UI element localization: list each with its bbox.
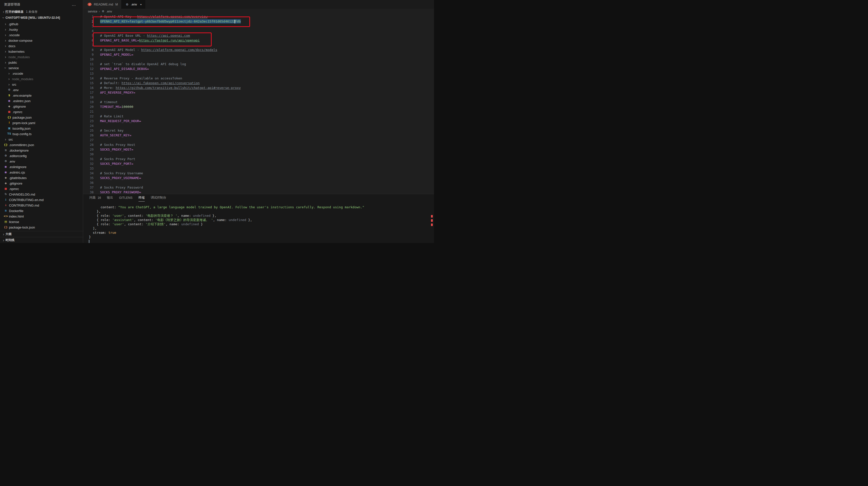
- code-line-37[interactable]: 37# Socks Proxy Password: [83, 185, 434, 190]
- tree-file-changelog-md[interactable]: ↻CHANGELOG.md: [0, 192, 83, 197]
- tree-folder-github[interactable]: ›.github: [0, 21, 83, 27]
- tree-folder-husky[interactable]: ›.husky: [0, 27, 83, 32]
- code-line-13[interactable]: 13: [83, 71, 434, 76]
- tree-file-tsconfig-json[interactable]: ▣tsconfig.json: [0, 125, 83, 131]
- more-actions-icon[interactable]: …: [72, 2, 76, 7]
- tree-folder-docker-compose[interactable]: ›docker-compose: [0, 38, 83, 43]
- token: TIMEOUT_MS=: [100, 105, 122, 109]
- tree-file-pnpm-lock-yaml[interactable]: !pnpm-lock.yaml: [0, 120, 83, 125]
- tree-file-package-lock-json[interactable]: {}package-lock.json: [0, 225, 83, 230]
- code-line-9[interactable]: 9OPENAI_API_MODEL=: [83, 52, 434, 57]
- tree-folder-src[interactable]: ›src: [0, 82, 83, 87]
- tree-folder-service[interactable]: ›service: [0, 65, 83, 71]
- tree-file-index-html[interactable]: <>index.html: [0, 213, 83, 219]
- tree-file-tsup-config-ts[interactable]: TStsup.config.ts: [0, 131, 83, 137]
- code-line-14[interactable]: 14# Reverse Proxy - Available on accessT…: [83, 76, 434, 81]
- code-line-18[interactable]: 18: [83, 95, 434, 99]
- tree-folder-docs[interactable]: ›docs: [0, 43, 83, 49]
- code-line-16[interactable]: 16# More: https://github.com/transitive-…: [83, 85, 434, 90]
- code-line-28[interactable]: 28# Socks Proxy Host: [83, 142, 434, 147]
- code-line-30[interactable]: 30: [83, 152, 434, 156]
- breadcrumb-item-service[interactable]: service: [88, 10, 97, 13]
- tree-folder-vscode[interactable]: ›.vscode: [0, 32, 83, 38]
- tree-file-dockerfile[interactable]: ≋Dockerfile: [0, 208, 83, 213]
- panel-tab-debug-console[interactable]: 调试控制台: [151, 194, 166, 202]
- editor-tab-env[interactable]: ⚙.env●: [122, 0, 145, 9]
- code-line-4[interactable]: 4: [83, 28, 434, 33]
- tree-file-package-json[interactable]: {}package.json: [0, 115, 83, 120]
- code-line-25[interactable]: 25# Secret key: [83, 128, 434, 133]
- tree-file-license[interactable]: ▤license: [0, 219, 83, 225]
- code-line-15[interactable]: 15# Default: https://ai.fakeopen.com/api…: [83, 81, 434, 85]
- tree-file-eslintrc-cjs[interactable]: ◉.eslintrc.cjs: [0, 170, 83, 175]
- code-line-36[interactable]: 36: [83, 180, 434, 185]
- code-line-35[interactable]: 35SOCKS_PROXY_USERNAME=: [83, 176, 434, 180]
- terminal-output[interactable]: content: "You are ChatGPT, a large langu…: [83, 202, 434, 243]
- tree-file-eslintrc-json[interactable]: ◉.eslintrc.json: [0, 98, 83, 104]
- code-line-34[interactable]: 34# Socks Proxy Username: [83, 171, 434, 176]
- token: # OpenAI API Base URL -: [100, 34, 147, 37]
- code-line-12[interactable]: 12OPENAI_API_DISABLE_DEBUG=: [83, 66, 434, 71]
- code-line-24[interactable]: 24: [83, 123, 434, 128]
- code-line-21[interactable]: 21: [83, 109, 434, 114]
- panel-tab-gitlens[interactable]: GITLENS: [119, 194, 132, 202]
- tree-folder-public[interactable]: ›public: [0, 60, 83, 65]
- code-line-11[interactable]: 11# set `true` to disable OpenAI API deb…: [83, 62, 434, 66]
- tree-folder-node-modules[interactable]: ›node_modules: [0, 76, 83, 82]
- code-line-27[interactable]: 27: [83, 138, 434, 142]
- tree-folder-node-modules[interactable]: ›node_modules: [0, 54, 83, 60]
- tree-folder-kubernetes[interactable]: ›kubernetes: [0, 49, 83, 54]
- file-label: .env.example: [12, 94, 31, 97]
- timeline-section[interactable]: › 时间线: [0, 237, 83, 243]
- code-line-7[interactable]: 7: [83, 43, 434, 48]
- code-line-17[interactable]: 17API_REVERSE_PROXY=: [83, 90, 434, 95]
- code-line-31[interactable]: 31# Socks Proxy Port: [83, 156, 434, 161]
- tree-file-eslintignore[interactable]: ◉.eslintignore: [0, 164, 83, 170]
- outline-section[interactable]: › 大纲: [0, 231, 83, 237]
- code-line-6[interactable]: 6OPENAI_API_BASE_URL=https://fastgpt.run…: [83, 38, 434, 43]
- tree-file-npmrc[interactable]: ■.npmrc: [0, 109, 83, 115]
- tree-file-gitattributes[interactable]: ◆.gitattributes: [0, 175, 83, 180]
- tree-file-npmrc[interactable]: ■.npmrc: [0, 186, 83, 192]
- tree-file-gitignore[interactable]: ◆.gitignore: [0, 104, 83, 109]
- code-line-8[interactable]: 8# OpenAI API Model - https://platform.o…: [83, 48, 434, 52]
- code-line-26[interactable]: 26AUTH_SECRET_KEY=: [83, 133, 434, 138]
- code-line-10[interactable]: 10: [83, 57, 434, 62]
- code-line-5[interactable]: 5# OpenAI API Base URL - https://api.ope…: [83, 33, 434, 38]
- code-line-19[interactable]: 19# timeout: [83, 99, 434, 105]
- code-line-3[interactable]: 3: [83, 24, 434, 28]
- tree-file-env-example[interactable]: $.env.example: [0, 93, 83, 98]
- tree-file-gitignore[interactable]: ◆.gitignore: [0, 180, 83, 186]
- code-line-29[interactable]: 29SOCKS_PROXY_HOST=: [83, 147, 434, 152]
- tree-file-commitlintrc-json[interactable]: {}.commitlintrc.json: [0, 142, 83, 148]
- panel-tab-problems[interactable]: 问题16: [89, 194, 101, 202]
- tree-file-contributing-md[interactable]: ↓CONTRIBUTING.md: [0, 203, 83, 208]
- code-line-38[interactable]: 38SOCKS_PROXY_PASSWORD=: [83, 190, 434, 194]
- code-content: # Socks Proxy Port: [100, 157, 135, 161]
- code-line-22[interactable]: 22# Rate Limit: [83, 114, 434, 119]
- tree-file-dockerignore[interactable]: ≋.dockerignore: [0, 148, 83, 153]
- line-number: 21: [83, 110, 94, 113]
- tree-file-contributing-en-md[interactable]: ↓CONTRIBUTING.en.md: [0, 197, 83, 203]
- tsconfig-icon: ▣: [7, 126, 11, 130]
- tree-file-editorconfig[interactable]: ⚙.editorconfig: [0, 153, 83, 159]
- tree-folder-src[interactable]: ›src: [0, 137, 83, 142]
- project-root-section[interactable]: › CHATGPT-WEB [WSL: UBUNTU-22.04]: [0, 15, 83, 21]
- code-line-32[interactable]: 32SOCKS_PROXY_PORT=: [83, 161, 434, 166]
- code-line-23[interactable]: 23MAX_REQUEST_PER_HOUR=: [83, 119, 434, 123]
- code-line-20[interactable]: 20TIMEOUT_MS=100000: [83, 105, 434, 109]
- editor-tab-readme-md[interactable]: iREADME.mdM: [83, 0, 122, 9]
- code-line-33[interactable]: 33: [83, 166, 434, 171]
- file-label: .npmrc: [12, 110, 23, 114]
- code-line-1[interactable]: 1# OpenAI API Key - https://platform.ope…: [83, 14, 434, 19]
- tree-folder-vscode[interactable]: ›.vscode: [0, 71, 83, 76]
- code-line-2[interactable]: 2OPENAI_API_KEY=fastgpt-y6b3axfbdd5wyp01…: [83, 19, 434, 24]
- tree-file-env[interactable]: ⚙.env: [0, 159, 83, 164]
- eslint-icon: ◉: [7, 99, 11, 103]
- panel-tab-output[interactable]: 输出: [107, 194, 113, 202]
- open-editors-section[interactable]: › 打开的编辑器 1 未保存: [0, 9, 83, 15]
- code-content: OPENAI_API_BASE_URL=https://fastgpt.run/…: [100, 38, 200, 42]
- breadcrumb-item-env[interactable]: .env: [106, 10, 112, 13]
- panel-tab-terminal[interactable]: 终端: [138, 194, 145, 202]
- tree-file-env[interactable]: ⚙.env: [0, 87, 83, 93]
